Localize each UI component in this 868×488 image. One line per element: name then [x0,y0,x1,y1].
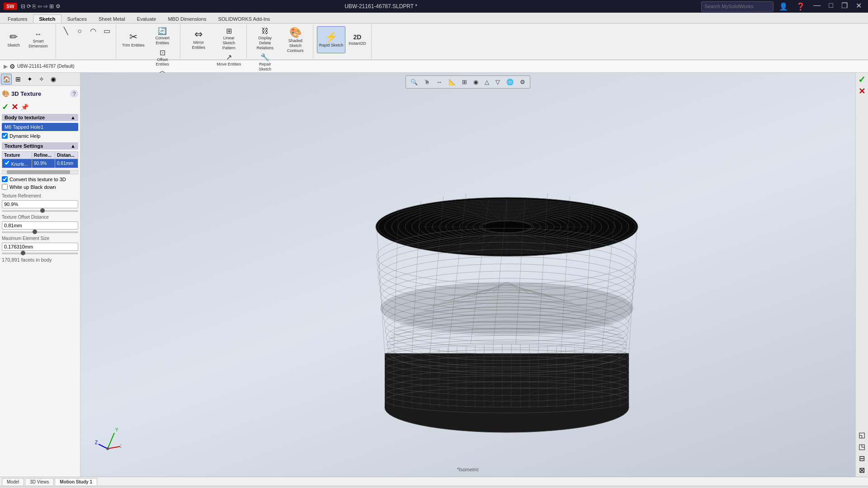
right-btn-2[interactable]: ◳ [857,441,867,451]
panel-icon-grid[interactable]: ⊞ [13,74,24,84]
offset-handle[interactable] [33,230,37,234]
texture-table-scrollbar[interactable] [2,170,78,174]
dynamic-help-checkbox[interactable] [2,133,8,139]
panel-icon-circle[interactable]: ◉ [48,74,59,84]
panel-icon-star1[interactable]: ✦ [24,74,35,84]
sketch-icon: ✏ [9,32,18,42]
texture-settings-title: Texture Settings [5,143,43,149]
vp-section-button[interactable]: △ [482,77,492,87]
convert-3d-checkbox[interactable] [2,176,8,182]
convert-entities-button[interactable]: 🔄 Convert Entities [148,26,177,47]
rectangle-button[interactable]: ▭ [100,26,113,36]
cancel-button[interactable]: ✕ [11,102,18,112]
vp-rotate-button[interactable]: ↔ [434,77,445,87]
texture-checkbox[interactable] [4,160,10,166]
pin-button[interactable]: 📌 [21,103,28,111]
sketch-button[interactable]: ✏ Sketch [5,26,23,53]
mirror-entities-button[interactable]: ⇔ Mirror Entities [184,26,213,53]
linear-sketch-pattern-button[interactable]: ⊞ Linear Sketch Pattern [214,26,244,52]
arc-icon: ◠ [90,28,96,35]
tab-sheet-metal[interactable]: Sheet Metal [93,14,131,23]
dynamic-help-row: Dynamic Help [2,133,78,139]
search-input[interactable] [701,1,774,12]
ok-button[interactable]: ✓ [2,102,9,112]
right-btn-4[interactable]: ⊠ [857,465,867,475]
texture-icon: 🎨 [2,90,9,97]
refinement-handle[interactable] [40,208,45,213]
right-x-button[interactable]: ✕ [857,86,867,96]
close-button[interactable]: ✕ [853,1,864,12]
ribbon-group-mirror: ⇔ Mirror Entities ⊞ Linear Sketch Patter… [181,24,247,59]
tab-features[interactable]: Features [2,14,33,23]
right-check-button[interactable]: ✓ [857,75,867,84]
help-button[interactable]: ? [70,89,78,98]
refinement-input[interactable]: 90.9% [2,200,78,208]
vp-lights-button[interactable]: ◉ [471,77,481,87]
white-up-checkbox[interactable] [2,184,8,190]
move-entities-button[interactable]: ↗ Move Entities [214,52,244,68]
ribbon-group-trim: ✂ Trim Entities 🔄 Convert Entities ⊡ Off… [117,24,180,59]
texture-panel-header: 🎨 3D Texture ? [2,88,78,99]
instant2d-button[interactable]: 2D Instant2D [346,26,368,53]
tab-mbd[interactable]: MBD Dimensions [162,14,212,23]
circle-button[interactable]: ○ [73,26,86,36]
maximize-button[interactable]: □ [826,1,836,12]
vp-measure-button[interactable]: 📐 [446,77,458,87]
tab-sketch[interactable]: Sketch [33,14,61,23]
tab-3d-views[interactable]: 3D Views [25,478,54,485]
restore-button[interactable]: ❐ [839,1,850,12]
tab-addins[interactable]: SOLIDWORKS Add-Ins [212,14,276,23]
breadcrumb-arrow[interactable]: ▶ [4,63,8,70]
panel-icon-star2[interactable]: ✧ [36,74,47,84]
vp-section2-button[interactable]: ▽ [493,77,503,87]
tab-surfaces[interactable]: Surfaces [61,14,93,23]
smart-dimension-button[interactable]: ↔ Smart Dimension [24,26,53,53]
3d-viewport[interactable]: 🔍 🖱 ↔ 📐 ⊞ ◉ △ ▽ 🌐 ⚙ [80,73,855,477]
texture-row[interactable]: Knurle... 90.9% 0.81mm [2,159,78,168]
tab-motion-study[interactable]: Motion Study 1 [55,478,97,485]
display-delete-relations-button[interactable]: ⛓ Display Delete Relations [250,26,280,52]
texture-settings-header[interactable]: Texture Settings ▲ [2,142,78,150]
max-element-input[interactable]: 0.176310mm [2,243,78,251]
panel-icon-home[interactable]: 🏠 [1,74,12,84]
refinement-slider[interactable] [2,210,78,212]
titlebar-left: SW ⊟ ⟳ ⎘ ⇦ ⇨ ⊞ ⚙ [4,3,61,10]
offset-input[interactable]: 0.81mm [2,221,78,230]
max-element-slider[interactable] [2,253,78,254]
right-btn-3[interactable]: ⊟ [857,453,867,463]
quick-access-toolbar[interactable]: ⊟ ⟳ ⎘ ⇦ ⇨ ⊞ ⚙ [21,3,61,9]
vp-settings-button[interactable]: ⚙ [517,77,528,87]
ribbon-group-display: ⛓ Display Delete Relations 🔧 Repair Sket… [248,24,313,59]
vp-display-button[interactable]: ⊞ [459,77,470,87]
svg-point-119 [106,447,109,450]
minimize-button[interactable]: — [811,1,823,12]
max-element-handle[interactable] [21,251,25,255]
circle-icon: ○ [77,28,82,35]
rapid-sketch-icon: ⚡ [325,32,337,42]
statusbar: SOLIDWORKS Premium 2022 Custom [0,486,868,488]
sw-logo[interactable]: SW [4,3,17,10]
vp-pan-button[interactable]: 🖱 [421,77,433,87]
line-button[interactable]: ╲ [60,26,72,36]
selected-body-item[interactable]: M6 Tapped Hole1 [2,123,78,131]
svg-line-113 [108,433,114,449]
vp-view-button[interactable]: 🌐 [504,77,516,87]
help-icon[interactable]: ❓ [793,1,808,12]
user-icon[interactable]: 👤 [776,1,791,12]
body-collapse-icon: ▲ [71,115,75,120]
offset-slider[interactable] [2,231,78,233]
tab-evaluate[interactable]: Evaluate [131,14,162,23]
body-section-header[interactable]: Body to texturize ▲ [2,114,78,121]
vp-zoom-button[interactable]: 🔍 [408,77,420,87]
repair-sketch-button[interactable]: 🔧 Repair Sketch [250,52,280,73]
right-btn-1[interactable]: ◱ [857,430,867,440]
svg-point-83 [482,221,532,233]
offset-entities-button[interactable]: ⊡ Offset Entities [148,48,177,69]
rapid-sketch-button[interactable]: ⚡ Rapid Sketch [317,26,346,53]
trim-entities-button[interactable]: ✂ Trim Entities [120,26,147,53]
mirror-icon: ⇔ [194,29,203,39]
titlebar: SW ⊟ ⟳ ⎘ ⇦ ⇨ ⊞ ⚙ UBW-21161-46787.SLDPRT … [0,0,868,13]
shaded-sketch-contours-button[interactable]: 🎨 Shaded Sketch Contours [281,26,310,54]
arc-button[interactable]: ◠ [87,26,99,36]
tab-model[interactable]: Model [2,478,24,485]
